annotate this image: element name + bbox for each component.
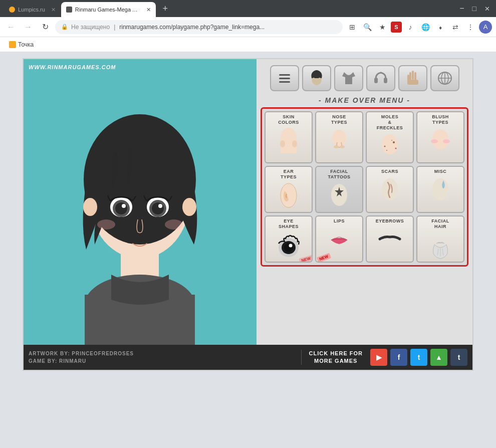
menu-title: - MAKE OVER MENU - [261,96,468,104]
svg-point-49 [432,129,448,149]
menu-cell-label-ear: EAR TYPES [281,169,297,180]
translate-icon[interactable]: ⊞ [346,21,359,34]
add-tab-button[interactable]: + [158,2,172,16]
menu-cell-blush[interactable]: BLUSH TYPES [416,111,464,163]
character-svg [24,59,257,345]
icon-btn-background[interactable] [430,65,459,91]
svg-point-45 [384,146,386,147]
svg-point-23 [312,78,315,82]
tumblr-button[interactable]: t [450,349,467,366]
svg-rect-25 [374,78,378,83]
menu-grid: SKIN COLORS [261,107,468,267]
menu-icon[interactable]: ⋮ [464,21,477,34]
svg-point-16 [158,204,162,208]
bookmark-label: Точка [18,41,34,48]
menu-cell-eyebrows[interactable]: EYEBROWS [366,215,414,263]
forward-button[interactable]: → [21,20,35,34]
divider [301,350,302,365]
menu-cell-eye[interactable]: EYE SHAPES [265,215,313,263]
tab-label-lumpics: Lumpics.ru [18,7,45,13]
tab-close-rinmaru[interactable]: ✕ [146,7,151,13]
menu-cell-nose[interactable]: NOSE TYPES [315,111,363,163]
icon-btn-hair[interactable] [302,65,331,91]
menu-cell-img-tattoo [324,181,354,210]
extensions-icon[interactable]: ⬧ [434,21,447,34]
menu-cell-ear[interactable]: EAR TYPES [265,166,313,213]
credit-artwork: ARTWORK BY: PRINCEOFREDROSES [29,350,134,357]
icon-btn-menu[interactable] [270,65,299,91]
menu-cell-img-eyebrows [375,225,405,254]
tabs-area: Lumpics.ru ✕ Rinmaru Games-Mega Anime Av… [0,0,453,17]
game-icon-button[interactable]: ▲ [430,349,447,366]
character-panel: WWW.RINMARUGAMES.COM [24,59,257,345]
svg-point-24 [318,78,321,82]
search-icon[interactable]: 🔍 [361,21,374,34]
menu-cell-tattoo[interactable]: FACIAL TATTOOS [315,166,363,213]
bookmark-star-icon[interactable]: ★ [376,21,389,34]
menu-cell-label-eye: EYE SHAPES [279,218,299,230]
menu-cell-label-eyebrows: EYEBROWS [376,218,404,224]
svg-point-42 [340,145,345,148]
menu-cell-label-tattoo: FACIAL TATTOOS [328,169,351,180]
tab-label-rinmaru: Rinmaru Games-Mega Anime Av... [75,7,140,13]
menu-cell-scars[interactable]: SCARS [366,166,414,213]
svg-point-12 [122,204,126,208]
extension-icon[interactable]: S [391,22,402,33]
svg-point-41 [334,145,339,148]
game-area: WWW.RINMARUGAMES.COM [24,59,472,345]
click-more-button[interactable]: CLICK HERE FOR MORE GAMES [309,350,363,365]
menu-cell-label-misc: MISC [434,169,447,174]
address-bar[interactable]: 🔒 Не защищено | rinmarugames.com/playgam… [55,20,343,34]
top-icon-row [261,63,468,93]
tab-favicon-lumpics [9,7,15,13]
menu-cell-label-skin: SKIN COLORS [278,114,299,125]
menu-cell-img-blush [425,126,455,155]
menu-cell-moles[interactable]: MOLES & FRECKLES [366,111,414,163]
music-icon[interactable]: ♪ [404,21,417,34]
refresh-button[interactable]: ↻ [38,20,52,34]
back-button[interactable]: ← [4,20,18,34]
twitter-button[interactable]: t [410,349,427,366]
menu-panel: - MAKE OVER MENU - SKIN COLORS [257,59,472,345]
menu-cell-facial-hair[interactable]: FACIAL HAIR [416,215,464,263]
icon-btn-hand[interactable] [398,65,427,91]
lock-icon: 🔒 [61,24,68,30]
tab-close-lumpics[interactable]: ✕ [51,7,56,13]
icon-btn-headphones[interactable] [366,65,395,91]
bottom-bar: ARTWORK BY: PRINCEOFREDROSES GAME BY: RI… [24,345,472,370]
minimize-button[interactable]: − [459,4,464,13]
youtube-button[interactable]: ▶ [370,349,387,366]
tab-lumpics[interactable]: Lumpics.ru ✕ [4,2,61,17]
menu-cell-img-nose [324,126,354,155]
bookmark-item[interactable]: Точка [5,40,38,49]
menu-cell-img-skin [274,126,304,155]
globe-icon[interactable]: 🌐 [419,21,432,34]
facebook-button[interactable]: f [390,349,407,366]
title-bar: Lumpics.ru ✕ Rinmaru Games-Mega Anime Av… [0,0,496,17]
svg-point-44 [393,141,395,143]
tab-rinmaru[interactable]: Rinmaru Games-Mega Anime Av... ✕ [61,2,156,17]
svg-point-40 [332,130,346,147]
menu-cell-skin[interactable]: SKIN COLORS [265,111,313,163]
menu-cell-misc[interactable]: MISC [416,166,464,213]
menu-cell-label-moles: MOLES & FRECKLES [377,114,403,130]
icon-btn-clothes[interactable] [334,65,363,91]
svg-point-52 [281,183,297,207]
menu-cell-label-facial-hair: FACIAL HAIR [431,218,449,230]
game-container: WWW.RINMARUGAMES.COM [23,58,473,371]
menu-cell-lips[interactable]: LIPS NEW [315,215,363,263]
profile-avatar[interactable]: A [479,21,492,34]
svg-point-11 [115,202,127,214]
sync-icon[interactable]: ⇄ [449,21,462,34]
maximize-button[interactable]: □ [472,5,476,13]
menu-cell-img-scars [375,175,405,204]
svg-point-50 [431,139,438,143]
svg-rect-28 [414,72,416,80]
menu-cell-img-eye [274,231,304,260]
window-controls: − □ ✕ [453,0,496,17]
svg-point-15 [152,202,164,214]
menu-cell-img-lips [324,225,354,254]
close-button[interactable]: ✕ [484,5,490,13]
url-text: rinmarugames.com/playgame.php?game_link=… [119,24,337,31]
svg-point-18 [165,219,183,230]
